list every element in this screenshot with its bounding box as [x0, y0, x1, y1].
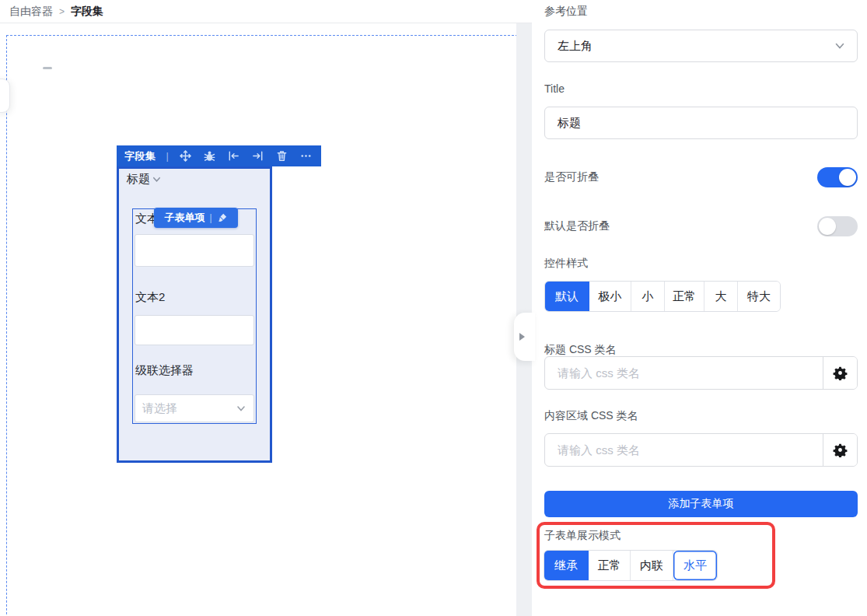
subform-mode-label: 子表单展示模式 — [544, 529, 621, 543]
field-label: 文本2 — [135, 290, 165, 305]
fieldset-title[interactable]: 标题 — [127, 172, 162, 187]
breadcrumb: 自由容器 > 字段集 — [0, 0, 532, 23]
empty-element-placeholder — [43, 67, 52, 69]
subform-item-tag[interactable]: 子表单项 | — [154, 208, 238, 228]
brush-icon[interactable] — [217, 212, 228, 223]
ref-position-select[interactable]: 左上角 — [544, 30, 858, 62]
text-input-field[interactable] — [135, 234, 254, 267]
content-css-input[interactable] — [545, 434, 823, 466]
more-icon[interactable] — [299, 149, 313, 163]
title-css-group — [544, 356, 858, 390]
form-editor: 自由容器 > 字段集 字段集 | — [0, 0, 867, 616]
collapsible-toggle[interactable] — [817, 167, 858, 187]
chevron-down-icon — [152, 174, 162, 184]
component-toolbar-label: 字段集 — [124, 149, 156, 163]
cascader-select[interactable]: 请选择 — [135, 394, 254, 422]
control-style-label: 控件样式 — [544, 257, 588, 271]
right-panel-collapse-handle[interactable] — [514, 313, 535, 361]
control-style-option[interactable]: 大 — [704, 282, 738, 311]
insert-before-icon[interactable] — [227, 149, 241, 163]
panel-divider — [516, 0, 532, 616]
properties-panel: 参考位置 左上角 Title 是否可折叠 默认是否折叠 控件样式 默认 极小 小… — [532, 0, 867, 616]
control-style-option[interactable]: 特大 — [738, 282, 780, 311]
toggle-knob — [819, 218, 836, 235]
toggle-knob — [839, 169, 856, 186]
subform-mode-option[interactable]: 水平 — [673, 551, 717, 580]
toolbar-divider: | — [166, 150, 169, 162]
field-label: 级联选择器 — [135, 363, 194, 378]
control-style-segment: 默认 极小 小 正常 大 特大 — [544, 281, 781, 312]
subform-mode-option[interactable]: 内联 — [631, 551, 673, 580]
insert-after-icon[interactable] — [251, 149, 265, 163]
default-collapsed-row: 默认是否折叠 — [544, 215, 858, 237]
title-css-label: 标题 CSS 类名 — [544, 343, 617, 357]
breadcrumb-separator-icon: > — [59, 6, 65, 17]
default-collapsed-label: 默认是否折叠 — [544, 219, 610, 233]
gear-icon[interactable] — [823, 434, 857, 466]
collapsible-label: 是否可折叠 — [544, 170, 599, 184]
content-css-group — [544, 433, 858, 467]
ref-position-label: 参考位置 — [544, 5, 588, 19]
add-subform-item-button[interactable]: 添加子表单项 — [544, 491, 858, 517]
fieldset-component[interactable]: 标题 文本 子表单项 | 文本2 级联选择器 请选择 — [117, 166, 272, 463]
breadcrumb-container[interactable]: 自由容器 — [9, 5, 53, 19]
subform-mode-option[interactable]: 正常 — [589, 551, 631, 580]
move-icon[interactable] — [179, 149, 193, 163]
subform-mode-option[interactable]: 继承 — [544, 551, 589, 580]
breadcrumb-current[interactable]: 字段集 — [71, 5, 103, 19]
control-style-option[interactable]: 默认 — [545, 282, 589, 311]
cascader-placeholder: 请选择 — [142, 401, 177, 416]
collapse-arrow-icon — [519, 333, 525, 341]
component-toolbar: 字段集 | — [117, 145, 321, 166]
fieldset-title-label: 标题 — [127, 172, 150, 187]
ref-position-value: 左上角 — [558, 39, 593, 54]
left-panel-collapse-handle[interactable] — [0, 79, 10, 113]
control-style-option[interactable]: 小 — [631, 282, 665, 311]
subform-tag-label: 子表单项 — [164, 211, 205, 225]
collapsible-row: 是否可折叠 — [544, 166, 858, 188]
title-input[interactable] — [544, 107, 858, 139]
trash-icon[interactable] — [275, 149, 289, 163]
subform-mode-segment: 继承 正常 内联 水平 — [544, 550, 718, 581]
content-css-label: 内容区域 CSS 类名 — [544, 409, 638, 423]
canvas: 自由容器 > 字段集 字段集 | — [0, 0, 516, 616]
default-collapsed-toggle[interactable] — [817, 216, 858, 236]
text-input-field[interactable] — [135, 315, 254, 345]
bug-icon[interactable] — [203, 149, 217, 163]
control-style-option[interactable]: 正常 — [665, 282, 704, 311]
chevron-down-icon — [834, 40, 846, 52]
subform-item[interactable]: 文本 子表单项 | 文本2 级联选择器 请选择 — [132, 208, 257, 424]
title-css-input[interactable] — [545, 357, 823, 389]
gear-icon[interactable] — [823, 357, 857, 389]
subform-tag-divider: | — [209, 212, 212, 223]
title-label: Title — [544, 82, 565, 95]
chevron-down-icon — [236, 403, 246, 414]
control-style-option[interactable]: 极小 — [589, 282, 631, 311]
